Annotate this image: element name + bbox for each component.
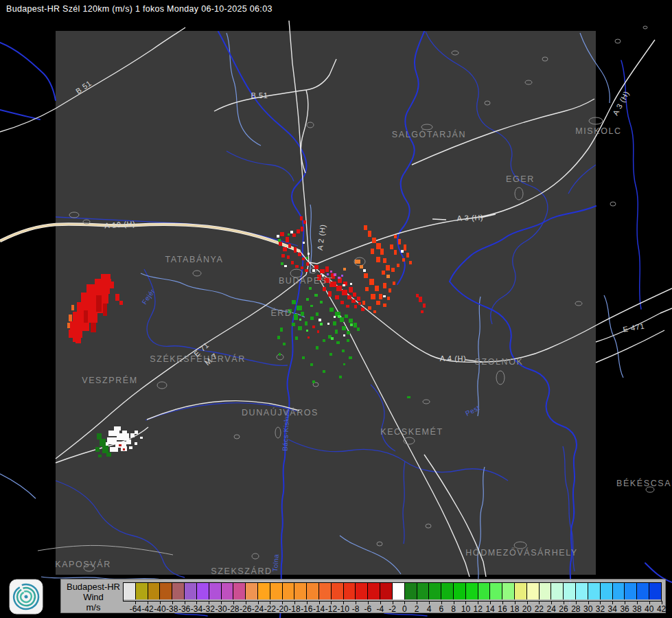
legend-tick-label: -2	[389, 604, 396, 614]
radar-echo-central-red	[298, 253, 301, 256]
legend-color-box	[576, 583, 588, 599]
radar-echo-central-red	[336, 286, 342, 291]
radar-echo-central-purple	[327, 273, 329, 275]
radar-echo-central-red-bright	[365, 287, 369, 291]
legend-color-box	[172, 583, 185, 599]
legend-tick-label: -30	[215, 604, 227, 614]
radar-echo-west-red-dark	[84, 310, 88, 323]
legend-color-box	[380, 583, 393, 599]
radar-echo-sw-white	[129, 446, 132, 449]
legend-tick-label: 26	[559, 604, 568, 614]
legend-color-box	[564, 583, 576, 599]
radar-echo-sw-white	[110, 447, 118, 452]
road-label: B 51	[251, 91, 268, 100]
legend-tick-label: -22	[264, 604, 276, 614]
radar-echo-central-white	[284, 265, 287, 267]
radar-echo-south-green	[342, 350, 345, 352]
radar-echo-central-red-bright	[376, 301, 380, 305]
radar-echo-central-white	[303, 242, 305, 244]
radar-echo-west-orange-fringe	[67, 323, 70, 328]
legend-tick-label: 6	[439, 604, 443, 614]
radar-echo-central-red	[286, 237, 289, 242]
radar-echo-central-red-bright	[397, 264, 399, 267]
legend-title: Budapest-HR Wind m/s	[64, 582, 123, 613]
legend-color-box	[551, 583, 564, 599]
legend-color-box	[478, 583, 491, 599]
radar-echo-central-red-bright	[383, 304, 386, 307]
radar-echo-south-green	[316, 346, 318, 350]
radar-echo-sw-white	[140, 437, 143, 439]
radar-echo-central-red	[353, 293, 356, 297]
legend-color-box	[197, 583, 209, 599]
radar-echo-central-red	[292, 233, 296, 237]
legend-tick-label: -36	[178, 604, 190, 614]
radar-echo-sw-darkgreen	[97, 433, 102, 439]
radar-echo-central-red-bright	[406, 253, 409, 258]
radar-echo-central-white	[343, 284, 345, 286]
radar-echo-central-green-bits	[306, 257, 308, 259]
radar-echo-central-red	[283, 247, 287, 251]
radar-echo-south-green-bright	[338, 315, 340, 318]
city-label: SZEKSZÁRD	[211, 566, 272, 576]
radar-echo-central-red-bright	[383, 283, 386, 288]
radar-echo-south-green	[345, 314, 348, 318]
water-label: Tolna	[271, 553, 280, 572]
radar-echo-sw-darkgreen	[102, 446, 108, 453]
radar-echo-south-green	[279, 353, 281, 356]
legend-tick-label: 42	[657, 604, 666, 614]
radar-echo-south-white-bits	[327, 323, 329, 325]
radar-echo-south-green	[280, 328, 283, 332]
radar-echo-central-red-bright	[387, 297, 390, 300]
legend-tick-label: 16	[498, 604, 507, 614]
radar-echo-south-green	[343, 363, 345, 365]
radar-echo-west-red-core	[70, 321, 89, 331]
city-label: HÓDMEZŐVÁSÁRHELY	[465, 547, 578, 558]
radar-echo-central-red	[301, 227, 303, 231]
radar-echo-central-red	[281, 254, 285, 258]
radar-echo-central-red-bright	[369, 279, 374, 285]
radar-echo-central-red-bright	[364, 225, 367, 230]
legend-color-box	[185, 583, 197, 599]
legend-color-box	[233, 583, 246, 599]
legend-tick-label: -42	[141, 604, 153, 614]
legend-tick-label: 8	[451, 604, 456, 614]
radar-echo-central-red-bright	[383, 258, 386, 263]
legend-panel: Budapest-HR Wind m/s -64-42-40-38-36-34-…	[60, 579, 666, 613]
radar-echo-central-red	[302, 258, 305, 260]
radar-echo-central-red	[340, 301, 344, 304]
radar-echo-central-red	[300, 216, 303, 220]
radar-echo-central-purple	[341, 275, 343, 277]
radar-echo-central-green-bits	[281, 262, 283, 265]
radar-echo-south-red-bits	[312, 325, 315, 328]
radar-echo-sw-darkgreen	[100, 439, 106, 446]
radar-echo-central-red	[351, 299, 356, 303]
radar-echo-west-red-core	[119, 301, 123, 305]
radar-echo-south-green	[407, 396, 410, 398]
radar-echo-south-green	[335, 330, 338, 334]
radar-echo-central-red-bright	[390, 244, 393, 249]
legend-tick-label: -26	[240, 604, 251, 614]
radar-echo-central-red	[295, 265, 299, 268]
legend-tick-label: 22	[535, 604, 544, 614]
radar-echo-south-green	[340, 317, 344, 322]
legend-color-box	[441, 583, 454, 599]
radar-echo-south-green	[277, 336, 280, 339]
radar-echo-central-green-bits	[278, 239, 281, 242]
legend-tick-label: 28	[571, 604, 580, 614]
radar-echo-central-red	[349, 287, 353, 293]
radar-echo-central-red-bright	[402, 258, 405, 262]
radar-echo-south-green-bright	[320, 323, 323, 325]
met-service-logo	[9, 579, 43, 615]
radar-echo-central-green-bits	[306, 298, 309, 301]
radar-echo-central-red	[279, 242, 282, 246]
legend-tick-label: 40	[645, 604, 653, 614]
radar-echo-west-red-dark	[103, 304, 107, 316]
legend-color-box	[649, 583, 661, 599]
city-label: KAPOSVÁR	[55, 559, 111, 569]
radar-echo-south-red-bits	[317, 330, 319, 333]
radar-echo-central-red	[342, 290, 347, 295]
legend-tick-label: -24	[252, 604, 264, 614]
legend-color-box	[637, 583, 649, 599]
radar-echo-sw-white	[130, 433, 135, 437]
road-label: A 3 (H)	[456, 213, 483, 222]
